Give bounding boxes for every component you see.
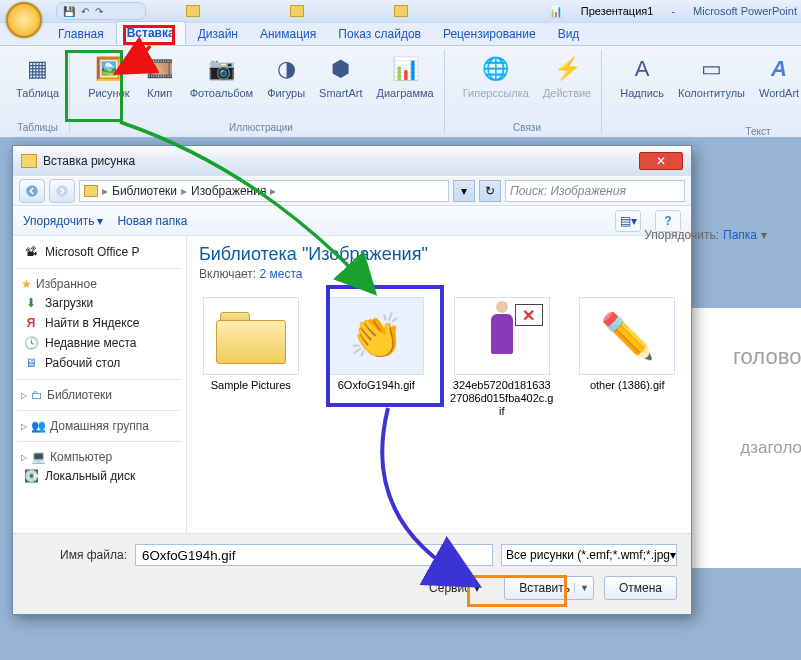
file-item-folder[interactable]: Sample Pictures — [199, 297, 303, 392]
app-suite-name: Microsoft PowerPoint — [693, 5, 797, 17]
chevron-down-icon: ▾ — [670, 548, 676, 562]
dialog-footer: Имя файла: Все рисунки (*.emf;*.wmf;*.jp… — [13, 533, 691, 614]
organize-button[interactable]: Упорядочить ▾ — [23, 214, 103, 228]
tab-animation[interactable]: Анимация — [250, 23, 326, 45]
chart-icon: 📊 — [389, 53, 421, 85]
chevron-down-icon: ▾ — [761, 228, 767, 242]
search-input[interactable]: Поиск: Изображения — [505, 180, 685, 202]
breadcrumb-bar[interactable]: ▸ Библиотеки ▸ Изображения ▸ — [79, 180, 449, 202]
subtitle-placeholder[interactable]: дзаголов — [740, 438, 801, 458]
library-icon — [84, 185, 98, 197]
forward-button[interactable] — [49, 179, 75, 203]
action-button[interactable]: ⚡Действие — [539, 50, 595, 102]
action-icon: ⚡ — [551, 53, 583, 85]
picture-button[interactable]: 🖼️Рисунок — [84, 50, 134, 102]
tab-review[interactable]: Рецензирование — [433, 23, 546, 45]
group-tables-label: Таблицы — [17, 122, 58, 133]
office-button[interactable] — [6, 2, 42, 38]
refresh-button[interactable]: ↻ — [479, 180, 501, 202]
view-mode-button[interactable]: ▤▾ — [615, 210, 641, 232]
svg-point-1 — [56, 185, 68, 197]
clip-button[interactable]: 🎞️Клип — [140, 50, 180, 102]
dialog-icon — [21, 154, 37, 168]
sidebar-downloads[interactable]: ⬇Загрузки — [17, 293, 182, 313]
tab-home[interactable]: Главная — [48, 23, 114, 45]
svg-point-0 — [26, 185, 38, 197]
shapes-button[interactable]: ◑Фигуры — [263, 50, 309, 102]
sidebar-yandex[interactable]: ЯНайти в Яндексе — [17, 313, 182, 333]
sidebar-favorites[interactable]: ★Избранное — [17, 275, 182, 293]
tools-button[interactable]: Сервис ▾ — [415, 576, 494, 600]
table-button[interactable]: ▦Таблица — [12, 50, 63, 102]
homegroup-icon: 👥 — [31, 419, 46, 433]
computer-icon: 💻 — [31, 450, 46, 464]
breadcrumb-root[interactable]: Библиотеки — [112, 184, 177, 198]
headerfooter-button[interactable]: ▭Колонтитулы — [674, 50, 749, 102]
library-includes: Включает: 2 места — [199, 267, 679, 281]
file-item[interactable]: ✏️ other (1386).gif — [576, 297, 680, 392]
breadcrumb-current[interactable]: Изображения — [191, 184, 266, 198]
sidebar-homegroup[interactable]: ▷👥Домашняя группа — [17, 417, 182, 435]
sidebar-desktop[interactable]: 🖥Рабочий стол — [17, 353, 182, 373]
close-button[interactable]: ✕ — [639, 152, 683, 170]
tab-view[interactable]: Вид — [548, 23, 590, 45]
dialog-nav-bar: ▸ Библиотеки ▸ Изображения ▸ ▾ ↻ Поиск: … — [13, 176, 691, 206]
chart-button[interactable]: 📊Диаграмма — [373, 50, 438, 102]
tab-insert[interactable]: Вставка — [116, 21, 186, 45]
document-title: Презентация1 — [581, 5, 654, 17]
title-placeholder[interactable]: головок — [733, 344, 801, 370]
undo-icon[interactable]: ↶ — [81, 6, 89, 17]
smartart-button[interactable]: ⬢SmartArt — [315, 50, 366, 102]
libraries-icon: 🗀 — [31, 388, 43, 402]
sidebar-recent[interactable]: 🕓Недавние места — [17, 333, 182, 353]
breadcrumb-dropdown[interactable]: ▾ — [453, 180, 475, 202]
sidebar-computer[interactable]: ▷💻Компьютер — [17, 448, 182, 466]
includes-link[interactable]: 2 места — [260, 267, 303, 281]
sidebar-localdisk[interactable]: 💽Локальный диск — [17, 466, 182, 486]
presenter-icon — [477, 301, 527, 371]
group-illustrations-label: Иллюстрации — [229, 122, 293, 133]
shapes-icon: ◑ — [270, 53, 302, 85]
file-item[interactable]: 324eb5720d18163327086d015fba402c.gif — [450, 297, 554, 419]
tab-slideshow[interactable]: Показ слайдов — [328, 23, 431, 45]
picture-icon: 🖼️ — [93, 53, 125, 85]
new-folder-button[interactable]: Новая папка — [117, 214, 187, 228]
ribbon-body: ▦Таблица Таблицы 🖼️Рисунок 🎞️Клип 📷Фотоа… — [0, 46, 801, 138]
dialog-title-bar[interactable]: Вставка рисунка ✕ — [13, 146, 691, 176]
filename-input[interactable] — [135, 544, 493, 566]
sidebar-libraries[interactable]: ▷🗀Библиотеки — [17, 386, 182, 404]
save-icon[interactable]: 💾 — [63, 6, 75, 17]
pencil-icon: ✏️ — [600, 310, 655, 362]
insert-picture-dialog: Вставка рисунка ✕ ▸ Библиотеки ▸ Изображ… — [12, 145, 692, 615]
powerpoint-icon: 📊 — [549, 5, 563, 18]
back-button[interactable] — [19, 179, 45, 203]
redo-icon[interactable]: ↷ — [95, 6, 103, 17]
chevron-down-icon[interactable]: ▼ — [574, 583, 589, 593]
sort-by-control[interactable]: Упорядочить: Папка ▾ — [644, 228, 767, 242]
dialog-toolbar: Упорядочить ▾ Новая папка ▤▾ ? — [13, 206, 691, 236]
filename-label: Имя файла: — [27, 548, 127, 562]
file-item-selected[interactable]: 👏 6OxfoG194h.gif — [325, 297, 429, 392]
tab-design[interactable]: Дизайн — [188, 23, 248, 45]
file-list-area: Библиотека "Изображения" Включает: 2 мес… — [187, 236, 691, 533]
headerfooter-icon: ▭ — [696, 53, 728, 85]
photoalbum-button[interactable]: 📷Фотоальбом — [186, 50, 258, 102]
file-name: Sample Pictures — [211, 379, 291, 392]
folder-icon — [216, 308, 286, 364]
chevron-down-icon: ▾ — [97, 214, 103, 228]
wordart-button[interactable]: AWordArt — [755, 50, 801, 102]
textbox-button[interactable]: AНадпись — [616, 50, 668, 102]
ribbon-tabs: Главная Вставка Дизайн Анимация Показ сл… — [0, 22, 801, 46]
cancel-button[interactable]: Отмена — [604, 576, 677, 600]
navigation-pane: 📽Microsoft Office P ★Избранное ⬇Загрузки… — [13, 236, 187, 533]
filetype-filter[interactable]: Все рисунки (*.emf;*.wmf;*.jpg▾ — [501, 544, 677, 566]
sidebar-office[interactable]: 📽Microsoft Office P — [17, 242, 182, 262]
insert-button[interactable]: Вставить▼ — [504, 576, 594, 600]
download-icon: ⬇ — [23, 296, 39, 310]
smartart-icon: ⬢ — [325, 53, 357, 85]
file-name: 324eb5720d18163327086d015fba402c.gif — [450, 379, 554, 419]
clap-icon: 👏 — [349, 310, 404, 362]
quick-access-toolbar[interactable]: 💾 ↶ ↷ — [56, 2, 146, 20]
hyperlink-button[interactable]: 🌐Гиперссылка — [459, 50, 533, 102]
disk-icon: 💽 — [23, 469, 39, 483]
